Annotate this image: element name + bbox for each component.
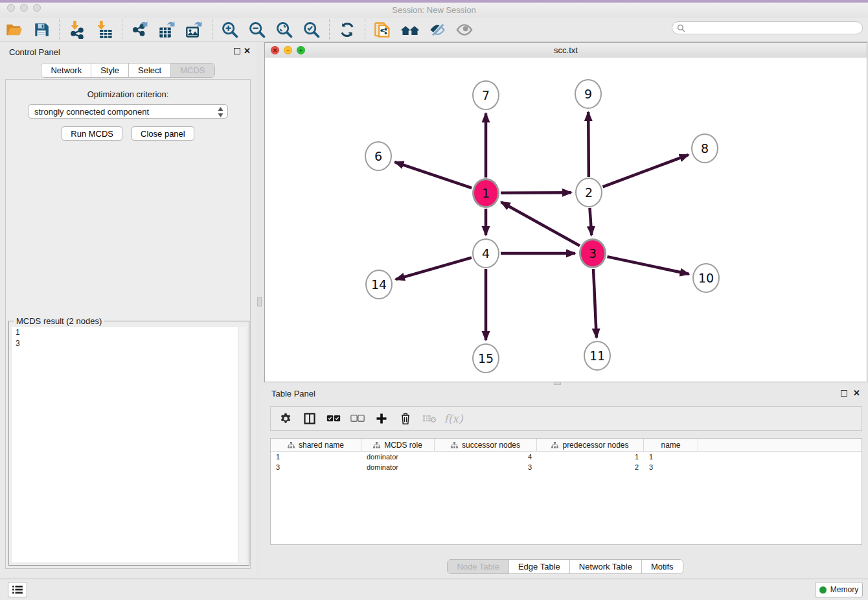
graph-edge-3-1[interactable] (501, 202, 580, 246)
export-network-icon[interactable] (129, 19, 151, 41)
run-mcds-button[interactable]: Run MCDS (62, 126, 122, 141)
graph-node-14[interactable]: 14 (365, 270, 393, 299)
task-history-button[interactable] (8, 582, 27, 597)
column-header-predecessor-nodes[interactable]: predecessor nodes (537, 439, 644, 451)
deselect-all-icon[interactable] (349, 410, 366, 427)
table-cell: 1 (271, 453, 361, 461)
search-field[interactable] (672, 21, 863, 34)
graph-node-8[interactable]: 8 (691, 133, 718, 163)
graph-node-3[interactable]: 3 (579, 238, 606, 268)
table-cell: 3 (644, 463, 698, 471)
minimize-window-icon[interactable]: − (284, 46, 292, 54)
tab-style[interactable]: Style (91, 63, 129, 77)
zoom-selected-icon[interactable] (301, 19, 323, 41)
delete-column-icon[interactable] (421, 410, 438, 427)
chevron-up-down-icon (217, 106, 224, 120)
float-table-panel-icon[interactable] (841, 390, 847, 397)
zoom-in-icon[interactable] (219, 19, 241, 41)
graph-node-2[interactable]: 2 (575, 178, 602, 207)
delete-row-icon[interactable] (397, 410, 414, 427)
graph-edge-3-11[interactable] (593, 269, 597, 338)
graph-node-1[interactable]: 1 (472, 178, 499, 208)
close-table-panel-icon[interactable]: ✕ (853, 390, 860, 397)
function-builder-icon[interactable]: f(x) (445, 410, 462, 427)
graph-node-10[interactable]: 10 (692, 263, 720, 293)
graph-node-7[interactable]: 7 (472, 80, 499, 110)
column-view-icon[interactable] (301, 410, 318, 427)
import-table-icon[interactable] (93, 19, 115, 41)
column-header-name[interactable]: name (644, 439, 698, 451)
vertical-splitter-grip[interactable] (257, 297, 262, 306)
table-header: shared name MCDS role successor nodes pr… (271, 439, 862, 452)
gear-icon[interactable] (277, 410, 294, 427)
column-header-shared-name[interactable]: shared name (271, 439, 361, 451)
search-input[interactable] (689, 23, 853, 33)
tab-network-table[interactable]: Network Table (570, 560, 642, 573)
node-table: shared name MCDS role successor nodes pr… (270, 438, 862, 545)
graph-edge-2-3[interactable] (589, 208, 591, 235)
hide-graphics-details-icon[interactable] (426, 19, 448, 41)
network-canvas[interactable]: 1234678910111415 (265, 58, 867, 382)
zoom-fit-icon[interactable] (273, 19, 295, 41)
close-window-icon[interactable]: ✕ (271, 46, 279, 54)
table-row[interactable]: 1dominator411 (271, 452, 862, 462)
close-panel-icon[interactable]: ✕ (244, 48, 251, 54)
graph-edge-1-6[interactable] (395, 162, 472, 188)
save-session-icon[interactable] (30, 19, 52, 41)
graph-node-6[interactable]: 6 (365, 141, 392, 171)
mcds-result-list[interactable]: 13 (12, 327, 246, 562)
criterion-value: strongly connected component (34, 107, 149, 117)
graph-edges (265, 58, 867, 382)
graph-edge-2-8[interactable] (603, 155, 689, 187)
memory-label: Memory (830, 585, 858, 594)
show-graphics-details-icon[interactable] (453, 19, 475, 41)
add-row-icon[interactable] (373, 410, 390, 427)
tab-node-table[interactable]: Node Table (448, 560, 509, 573)
hierarchy-icon (373, 442, 380, 448)
criterion-select[interactable]: strongly connected component (28, 104, 228, 119)
tab-motifs[interactable]: Motifs (642, 560, 683, 573)
graph-edge-3-10[interactable] (607, 257, 689, 274)
hierarchy-icon (551, 442, 558, 448)
table-body: 1dominator4113dominator323 (271, 452, 862, 472)
status-bar: Memory (0, 579, 868, 600)
refresh-icon[interactable] (336, 19, 358, 41)
tab-network[interactable]: Network (41, 63, 91, 77)
graph-edge-2-9[interactable] (588, 112, 589, 177)
tab-mcds[interactable]: MCDS (171, 63, 214, 77)
close-panel-button[interactable]: Close panel (131, 126, 194, 141)
column-header-mcds-role[interactable]: MCDS role (361, 439, 435, 451)
table-cell: 2 (537, 463, 644, 471)
export-image-icon[interactable] (183, 19, 205, 41)
export-table-icon[interactable] (156, 19, 178, 41)
scrollbar[interactable] (238, 327, 246, 562)
graph-edge-1-2[interactable] (501, 192, 571, 193)
tab-select[interactable]: Select (129, 63, 171, 77)
import-network-icon[interactable] (66, 19, 88, 41)
float-panel-icon[interactable] (234, 48, 240, 54)
table-row[interactable]: 3dominator323 (271, 462, 862, 472)
table-panel: Table Panel ✕ f(x) shared name (262, 385, 868, 577)
select-all-icon[interactable] (325, 410, 342, 427)
graph-node-11[interactable]: 11 (584, 341, 611, 371)
control-panel-title: Control Panel (9, 47, 60, 57)
app-title: Session: New Session (0, 3, 868, 18)
graph-edge-4-14[interactable] (396, 258, 472, 279)
graph-node-15[interactable]: 15 (472, 343, 499, 373)
graph-node-4[interactable]: 4 (472, 238, 499, 268)
network-window-title: scc.txt (265, 43, 867, 58)
zoom-out-icon[interactable] (246, 19, 268, 41)
network-window-titlebar[interactable]: scc.txt ✕ − + (265, 43, 867, 58)
home-icon[interactable] (399, 19, 421, 41)
memory-status-icon (819, 586, 827, 594)
clone-network-icon[interactable] (372, 19, 394, 41)
table-panel-title: Table Panel (271, 389, 315, 398)
column-header-successor-nodes[interactable]: successor nodes (435, 439, 537, 451)
table-toolbar: f(x) (270, 406, 862, 431)
table-tabs: Node Table Edge Table Network Table Moti… (447, 559, 683, 574)
maximize-window-icon[interactable]: + (297, 46, 305, 54)
graph-node-9[interactable]: 9 (575, 79, 602, 109)
open-session-icon[interactable] (3, 19, 25, 41)
memory-button[interactable]: Memory (815, 582, 863, 597)
tab-edge-table[interactable]: Edge Table (509, 560, 570, 573)
